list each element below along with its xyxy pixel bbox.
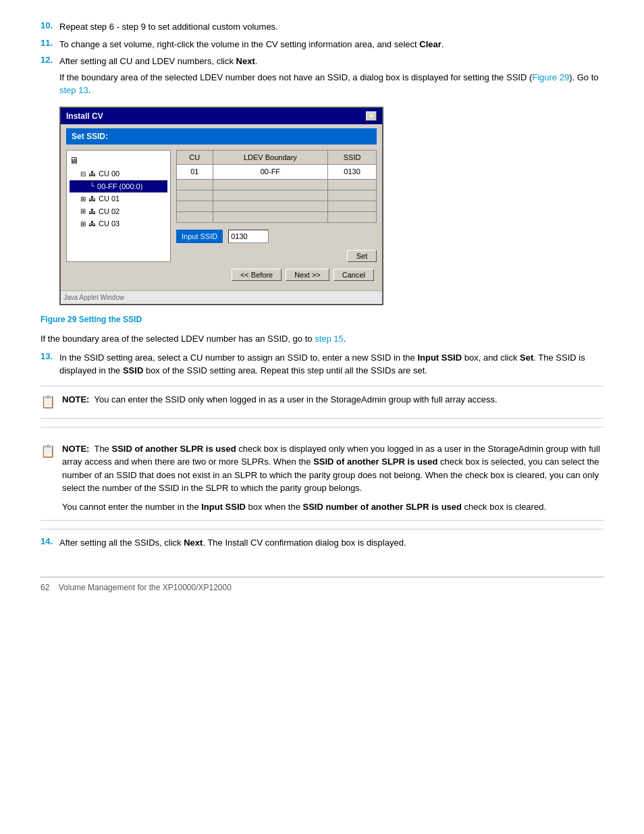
col-ldev: LDEV Boundary (213, 150, 328, 165)
note-1: 📋 NOTE: You can enter the SSID only when… (41, 386, 603, 419)
step-12-bold: Next (236, 56, 255, 66)
step-14-text-after: . The Install CV confirmation dialog box… (203, 538, 406, 548)
note-1-content: NOTE: You can enter the SSID only when l… (62, 393, 498, 411)
tree-cu00-item[interactable]: └ 00-FF (000:0) (70, 180, 167, 193)
step-12-indent: If the boundary area of the selected LDE… (59, 71, 603, 97)
step-13-bold3: SSID (123, 365, 143, 375)
note-2: 📋 NOTE: The SSID of another SLPR is used… (41, 436, 603, 521)
footer-page: 62 (41, 583, 49, 592)
fig-title: Setting the SSID (79, 315, 142, 324)
step-14: 14. After setting all the SSIDs, click N… (41, 536, 603, 550)
table-empty-row (177, 179, 377, 190)
cell-ssid: 0130 (328, 165, 377, 180)
dialog-install-cv: Install CV × Set SSID: 🖥 (59, 107, 383, 306)
section-rule-1 (41, 427, 603, 427)
col-ssid: SSID (328, 150, 377, 165)
step-12-text-before: After setting all CU and LDEV numbers, c… (59, 56, 236, 66)
step-13-text-before: In the SSID setting area, select a CU nu… (59, 353, 417, 363)
note-2-para2-before: You cannot enter the number in the (62, 502, 201, 512)
table-empty-row (177, 201, 377, 211)
note-2-bold1: SSID of another SLPR is used (111, 444, 236, 454)
note-icon-1: 📋 (41, 393, 57, 411)
set-btn-row: Set (176, 250, 377, 262)
before-button[interactable]: << Before (232, 269, 281, 281)
java-applet-label: Java Applet Window (61, 290, 382, 304)
step-12: 12. After setting all CU and LDEV number… (41, 55, 603, 305)
step-14-text-before: After setting all the SSIDs, click (59, 538, 184, 548)
note-1-label: NOTE: (62, 394, 89, 405)
note-2-bold2: SSID of another SLPR is used (313, 457, 437, 467)
step-11-text: To change a set volume, right-click the … (59, 38, 444, 51)
col-cu: CU (177, 150, 213, 165)
step-11-text-before: To change a set volume, right-click the … (59, 39, 419, 49)
table-empty-row (177, 211, 377, 222)
dialog-content: 🖥 ⊟ 🖧 CU 00 └ 00-FF (000:0) (66, 150, 377, 263)
note-2-para1: NOTE: The SSID of another SLPR is used c… (62, 442, 603, 495)
step-13: 13. In the SSID setting area, select a C… (41, 351, 603, 377)
table-empty-row (177, 190, 377, 201)
table-row: 01 00-FF 0130 (177, 165, 377, 180)
figure-caption: Figure 29 Setting the SSID (41, 315, 603, 324)
tree-cu01[interactable]: ⊞ 🖧 CU 01 (70, 192, 167, 205)
input-ssid-row: Input SSID (176, 230, 377, 244)
step-13-num: 13. (41, 351, 59, 377)
note-2-para2: You cannot enter the number in the Input… (62, 500, 603, 514)
note-2-para2-mid: box when the (246, 502, 303, 512)
note-icon-2: 📋 (41, 442, 57, 514)
next-button[interactable]: Next >> (286, 269, 329, 281)
dialog-title: Install CV (66, 110, 103, 122)
footer-title: Volume Management for the XP10000/XP1200… (59, 583, 232, 592)
input-ssid-label: Input SSID (176, 230, 223, 244)
step-12-text-after: . (255, 56, 258, 66)
dialog-bottom-buttons: << Before Next >> Cancel (66, 269, 377, 281)
set-button[interactable]: Set (347, 250, 377, 262)
step13-link[interactable]: step 13 (59, 85, 88, 95)
dialog-close-button[interactable]: × (366, 111, 377, 121)
step-10-text: Repeat step 6 - step 9 to set additional… (59, 20, 278, 34)
step-10: 10. Repeat step 6 - step 9 to set additi… (41, 20, 603, 34)
ssid-table: CU LDEV Boundary SSID 01 00-FF 0130 (176, 150, 377, 223)
step-11-bold: Clear (419, 39, 441, 49)
section-rule-2 (41, 529, 603, 529)
note-2-bold4: SSID number of another SLPR is used (303, 502, 462, 512)
note-2-bold3: Input SSID (201, 502, 246, 512)
cell-ldev: 00-FF (213, 165, 328, 180)
fig-num: Figure 29 (41, 315, 76, 324)
footer: 62 Volume Management for the XP10000/XP1… (41, 577, 603, 592)
step-13-bold1: Input SSID (417, 353, 462, 363)
step-14-num: 14. (41, 536, 59, 550)
tree-cu03[interactable]: ⊞ 🖧 CU 03 (70, 217, 167, 230)
dialog-titlebar: Install CV × (61, 108, 382, 124)
para-after-fig: If the boundary area of the selected LDE… (41, 332, 603, 346)
tree-cu02[interactable]: ⊞ 🖧 CU 02 (70, 205, 167, 218)
step-13-bold2: Set (520, 353, 533, 363)
dialog-section-header: Set SSID: (66, 128, 377, 145)
step-14-bold: Next (184, 538, 203, 548)
input-ssid-field[interactable] (228, 230, 269, 243)
dialog-body: Set SSID: 🖥 ⊟ 🖧 CU 00 (61, 124, 382, 288)
step-11-num: 11. (41, 38, 59, 51)
step-14-text: After setting all the SSIDs, click Next.… (59, 536, 406, 550)
step-12-num: 12. (41, 55, 59, 68)
cell-cu: 01 (177, 165, 213, 180)
step15-link[interactable]: step 15 (315, 334, 344, 344)
step-13-text-mid: box, and click (462, 353, 520, 363)
tree-root-icon: 🖥 (70, 153, 167, 168)
note-2-text-before: The (94, 444, 111, 454)
ssid-panel: CU LDEV Boundary SSID 01 00-FF 0130 (176, 150, 377, 263)
step-11-text-after: . (441, 39, 444, 49)
note-2-content: NOTE: The SSID of another SLPR is used c… (62, 442, 603, 514)
note-2-para2-after: check box is cleared. (462, 502, 546, 512)
tree-panel: 🖥 ⊟ 🖧 CU 00 └ 00-FF (000:0) (66, 150, 171, 263)
cancel-button[interactable]: Cancel (333, 269, 374, 281)
step-13-text: In the SSID setting area, select a CU nu… (59, 351, 603, 377)
fig29-link[interactable]: Figure 29 (532, 72, 569, 82)
step-12-text: After setting all CU and LDEV numbers, c… (59, 55, 257, 68)
note-1-text: You can enter the SSID only when logged … (94, 394, 497, 405)
step-10-num: 10. (41, 20, 59, 34)
step-11: 11. To change a set volume, right-click … (41, 38, 603, 51)
tree-cu00[interactable]: ⊟ 🖧 CU 00 (70, 167, 167, 180)
step-12-indent-text: If the boundary area of the selected LDE… (59, 72, 599, 96)
step-13-text-after: box of the SSID setting area. Repeat thi… (143, 365, 427, 375)
note-2-label: NOTE: (62, 444, 89, 454)
